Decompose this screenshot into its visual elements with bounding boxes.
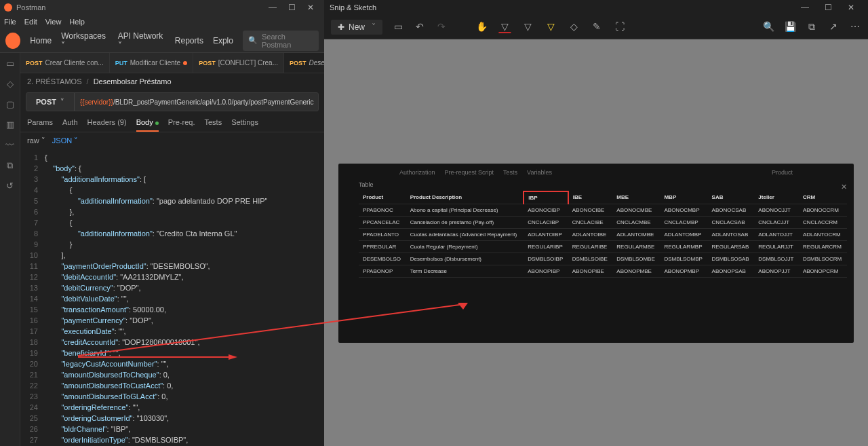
code-line: 19 "beneficiaryId": "", bbox=[20, 348, 324, 358]
tab-label: [CONFLICT] Crea... bbox=[218, 59, 278, 67]
table-cell: Cancelacion de prestamo (Pay-off) bbox=[406, 216, 524, 228]
menu-help[interactable]: Help bbox=[69, 18, 85, 26]
table-cell: ADLANTOMBP bbox=[660, 228, 707, 240]
reqtab-settings[interactable]: Settings bbox=[231, 118, 258, 132]
apis-icon[interactable]: ◇ bbox=[5, 79, 16, 90]
eraser-icon[interactable]: ◇ bbox=[568, 21, 580, 33]
more-icon[interactable]: ⋯ bbox=[849, 21, 861, 33]
breadcrumb-parent[interactable]: 2. PRÉSTAMOS bbox=[27, 77, 81, 86]
mock-icon[interactable]: ▥ bbox=[5, 119, 16, 130]
copy-icon[interactable]: ⧉ bbox=[806, 21, 818, 33]
table-cell: ABONOCMBE bbox=[612, 204, 660, 216]
code-line: 6 }, bbox=[20, 206, 324, 217]
minimize-button[interactable]: — bbox=[263, 3, 282, 12]
collections-icon[interactable]: ▭ bbox=[5, 58, 16, 69]
table-cell: Cuotas adelantadas (Advanced Repayment) bbox=[406, 228, 524, 240]
code-line: 20 "legacyCustAccountNumber": "", bbox=[20, 358, 324, 369]
snip-tab-vars: Variables bbox=[527, 169, 552, 176]
pen2-icon[interactable]: ▽ bbox=[521, 21, 534, 33]
open-icon[interactable]: ▭ bbox=[392, 21, 404, 33]
history-icon[interactable]: ↺ bbox=[5, 181, 16, 191]
code-line: 4 { bbox=[20, 185, 324, 196]
code-line: 16 "paymentCurrency": "DOP", bbox=[20, 315, 324, 326]
save-icon[interactable]: 💾 bbox=[784, 21, 796, 33]
redo-icon[interactable]: ↷ bbox=[435, 21, 448, 33]
snip-tab-tests: Tests bbox=[503, 169, 517, 176]
snip-maximize-button[interactable]: ☐ bbox=[816, 3, 840, 12]
table-row: PPADELANTOCuotas adelantadas (Advanced R… bbox=[359, 228, 847, 240]
search-input[interactable]: 🔍 Search Postman bbox=[243, 31, 319, 51]
json-toggle[interactable]: JSON ˅ bbox=[52, 136, 78, 145]
table-cell: REGULARSAB bbox=[708, 240, 755, 253]
raw-toggle[interactable]: raw ˅ bbox=[27, 136, 45, 145]
table-cell: ABONOPIBE bbox=[568, 265, 613, 277]
table-cell: CNCLACMBE bbox=[612, 216, 660, 228]
undo-icon[interactable]: ↶ bbox=[414, 21, 426, 33]
share-icon[interactable]: ↗ bbox=[827, 21, 840, 33]
tab-method: PUT bbox=[115, 60, 127, 67]
table-cell: CNCLACSAB bbox=[708, 216, 755, 228]
table-cell: REGULARMBE bbox=[612, 240, 660, 253]
table-cell: ABONOCCRM bbox=[799, 204, 847, 216]
table-cell: PPABONOC bbox=[359, 204, 406, 216]
reqtab-headers[interactable]: Headers (9) bbox=[87, 118, 127, 132]
request-tab-2[interactable]: POST[CONFLICT] Crea... bbox=[193, 53, 284, 73]
close-button[interactable]: ✕ bbox=[301, 3, 320, 12]
code-line: 13 "debitCurrency": "DOP", bbox=[20, 282, 324, 293]
ruler-icon[interactable]: ✎ bbox=[591, 21, 603, 33]
snip-canvas[interactable]: Authorization Pre-request Script Tests V… bbox=[324, 39, 868, 446]
table-header: CRM bbox=[799, 191, 847, 204]
code-line: 10 ], bbox=[20, 250, 324, 261]
code-line: 2 "body": { bbox=[20, 163, 324, 174]
pen-red-icon[interactable]: ▽ bbox=[498, 21, 511, 33]
table-cell: CNCLACCRM bbox=[799, 216, 847, 228]
flow-icon[interactable]: ⧉ bbox=[5, 160, 16, 171]
table-cell: PPCANCELAC bbox=[359, 216, 406, 228]
reqtab-tests[interactable]: Tests bbox=[204, 118, 222, 132]
postman-icon[interactable] bbox=[5, 33, 20, 49]
menu-file[interactable]: File bbox=[4, 18, 16, 26]
table-row: PPABONOCAbono a capital (Principal Decre… bbox=[359, 204, 847, 216]
code-line: 27 "orderInitiationType": "DSMBLSOIBP", bbox=[20, 434, 324, 445]
snip-close-button[interactable]: ✕ bbox=[840, 3, 863, 12]
monitor-icon[interactable]: 〰 bbox=[5, 140, 16, 151]
code-line: 21 "amountDisbursedToCheque": 0, bbox=[20, 369, 324, 380]
code-line: 7 { bbox=[20, 217, 324, 228]
nav-explore[interactable]: Explo bbox=[213, 36, 233, 45]
code-line: 14 "debitValueDate": "", bbox=[20, 293, 324, 304]
nav-workspaces[interactable]: Workspaces ˅ bbox=[61, 31, 108, 50]
touch-icon[interactable]: ✋ bbox=[475, 21, 488, 33]
method-select[interactable]: POST˅ bbox=[26, 93, 75, 111]
nav-reports[interactable]: Reports bbox=[175, 36, 203, 45]
snip-minimize-button[interactable]: — bbox=[793, 3, 816, 12]
reqtab-body[interactable]: Body bbox=[136, 118, 159, 132]
menu-edit[interactable]: Edit bbox=[24, 18, 37, 26]
nav-api-network[interactable]: API Network ˅ bbox=[118, 31, 165, 50]
snip-tab-product: Product bbox=[772, 169, 793, 176]
code-line: 15 "transactionAmount": 50000.00, bbox=[20, 304, 324, 315]
zoom-icon[interactable]: 🔍 bbox=[762, 21, 774, 33]
highlighter-icon[interactable]: ▽ bbox=[545, 21, 557, 33]
reqtab-auth[interactable]: Auth bbox=[62, 118, 78, 132]
request-tab-1[interactable]: PUTModificar Cliente bbox=[110, 53, 193, 73]
table-cell: ABONOPIBP bbox=[524, 265, 568, 277]
env-icon[interactable]: ▢ bbox=[5, 99, 16, 110]
table-cell: ADLANTOIBE bbox=[568, 228, 613, 240]
request-tab-0[interactable]: POSTCrear Cliente con... bbox=[20, 53, 110, 73]
reqtab-params[interactable]: Params bbox=[27, 118, 53, 132]
nav-home[interactable]: Home bbox=[30, 36, 52, 45]
snip-new-button[interactable]: ✚ New ˅ bbox=[331, 20, 382, 35]
table-cell: ABONOPJJT bbox=[754, 265, 799, 277]
crop-icon[interactable]: ⛶ bbox=[614, 21, 626, 33]
reqtab-prereq[interactable]: Pre-req. bbox=[168, 118, 195, 132]
menu-view[interactable]: View bbox=[45, 18, 62, 26]
code-editor[interactable]: 1{2 "body": {3 "additionalInformations":… bbox=[20, 149, 324, 446]
url-input[interactable]: {{servidor}}/BLDR_postPaymentGeneric/api… bbox=[75, 98, 318, 106]
maximize-button[interactable]: ☐ bbox=[282, 3, 301, 12]
code-line: 18 "creditAccountId": "DOP1280600010001"… bbox=[20, 337, 324, 348]
table-cell: Term Decrease bbox=[406, 265, 524, 277]
postman-titlebar: Postman — ☐ ✕ bbox=[0, 0, 324, 15]
postman-sidebar: ▭ ◇ ▢ ▥ 〰 ⧉ ↺ bbox=[0, 53, 20, 446]
postman-topbar: Home Workspaces ˅ API Network ˅ Reports … bbox=[0, 29, 324, 53]
table-row: PPCANCELACCancelacion de prestamo (Pay-o… bbox=[359, 216, 847, 228]
